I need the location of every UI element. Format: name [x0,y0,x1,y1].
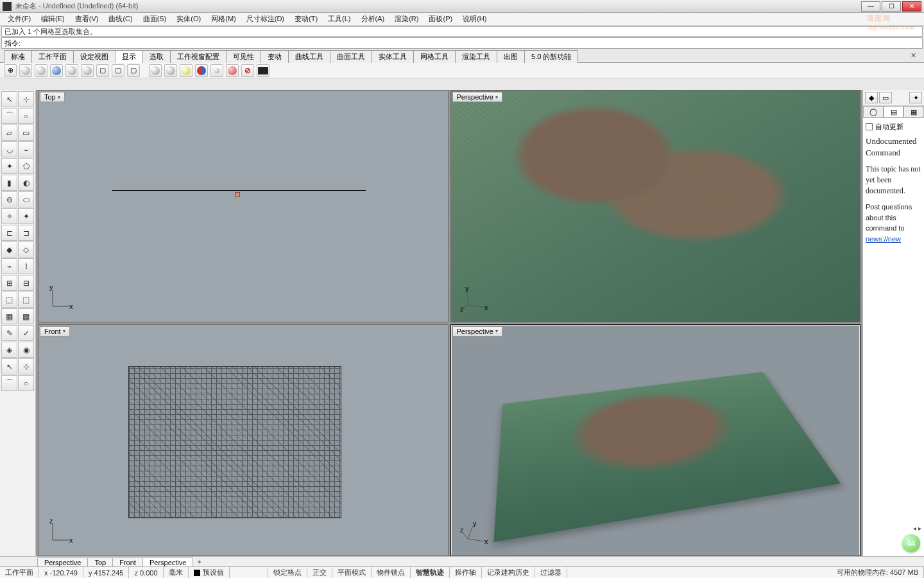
tool-8[interactable]: ✦ [1,158,17,174]
viewport-perspective-1[interactable]: Perspective▾ yxz [450,90,861,322]
tool-5[interactable]: ▭ [18,125,34,141]
tool-27[interactable]: ▩ [18,308,34,324]
shade-toggle-icon[interactable] [164,64,177,77]
tool-30[interactable]: ◈ [1,342,17,358]
menu-查看(V)[interactable]: 查看(V) [71,13,103,24]
panel-scrollbar[interactable]: ◂ ▸ [913,525,921,532]
tool-10[interactable]: ▮ [1,175,17,191]
tool-2[interactable]: ⌒ [1,108,17,124]
tab-曲面工具[interactable]: 曲面工具 [330,50,372,63]
help-link[interactable]: news://new [866,235,901,243]
viewport-perspective-2[interactable]: Perspective▾ yxz [450,324,861,557]
chevron-down-icon[interactable]: ▾ [495,94,498,100]
command-line[interactable]: 指令: [1,37,923,49]
tab-实体工具[interactable]: 实体工具 [372,50,414,63]
tool-3[interactable]: ○ [18,108,34,124]
panel-tab-3[interactable]: ▦ [903,106,924,118]
tool-23[interactable]: ⊟ [18,275,34,291]
tool-31[interactable]: ◉ [18,342,34,358]
pen-icon[interactable]: ▢ [127,64,140,77]
tool-14[interactable]: ✧ [1,208,17,224]
menu-实体(O)[interactable]: 实体(O) [173,13,205,24]
menu-编辑(E)[interactable]: 编辑(E) [37,13,69,24]
split-ball-icon[interactable] [195,64,208,77]
status-过滤器[interactable]: 过滤器 [535,567,567,578]
status-unit[interactable]: 毫米 [164,567,189,578]
tab-曲线工具[interactable]: 曲线工具 [288,50,330,63]
tool-22[interactable]: ⊞ [1,275,17,291]
tab-渲染工具[interactable]: 渲染工具 [455,50,497,63]
tab-设定视图[interactable]: 设定视图 [73,50,116,63]
menu-尺寸标注(D)[interactable]: 尺寸标注(D) [243,13,288,24]
tool-12[interactable]: ⊖ [1,191,17,207]
two-ball-icon[interactable] [210,64,223,77]
tab-标准[interactable]: 标准 [4,50,32,63]
menu-渲染(R)[interactable]: 渲染(R) [391,13,422,24]
yellow-ball-icon[interactable] [180,64,193,77]
menu-面板(P)[interactable]: 面板(P) [425,13,456,24]
viewport-label-perspective-2[interactable]: Perspective▾ [452,326,502,337]
tab-选取[interactable]: 选取 [142,50,171,63]
maximize-button[interactable]: ☐ [882,1,901,12]
tab-工作平面[interactable]: 工作平面 [31,50,74,63]
status-物件锁点[interactable]: 物件锁点 [372,567,411,578]
menu-曲线(C)[interactable]: 曲线(C) [105,13,136,24]
auto-update-checkbox[interactable]: 自动更新 [866,122,921,132]
tool-6[interactable]: ◡ [1,141,17,157]
tool-33[interactable]: ⊹ [18,358,34,374]
status-操作轴[interactable]: 操作轴 [450,567,482,578]
viewport-front[interactable]: Front▾ zx [38,324,449,557]
status-preset[interactable]: 预设值 [189,567,230,578]
viewport-label-perspective-1[interactable]: Perspective▾ [452,92,502,102]
tool-34[interactable]: ⌒ [1,375,17,391]
wireframe-globe-icon[interactable]: ⊕ [4,64,17,77]
xray-ball-icon[interactable] [81,64,94,77]
tab-5.0 的新功能[interactable]: 5.0 的新功能 [524,50,578,63]
minimize-button[interactable]: — [861,1,880,12]
rendered-ball-icon[interactable] [50,64,63,77]
shaded-ball-icon[interactable] [19,64,32,77]
tool-18[interactable]: ◆ [1,241,17,258]
menu-工具(L)[interactable]: 工具(L) [324,13,354,24]
tabstrip-close-icon[interactable]: ✕ [907,51,920,60]
menu-分析(A)[interactable]: 分析(A) [357,13,389,24]
vptab-add[interactable]: ✦ [193,557,206,567]
tab-变动[interactable]: 变动 [261,50,289,63]
tool-32[interactable]: ↖ [1,358,17,374]
viewport-label-front[interactable]: Front▾ [40,326,70,337]
tool-7[interactable]: ⌣ [18,141,34,157]
tool-17[interactable]: ⊐ [18,225,34,241]
tab-显示[interactable]: 显示 [115,50,143,63]
command-input[interactable] [23,39,920,47]
tool-0[interactable]: ↖ [1,91,17,107]
status-cplane[interactable]: 工作平面 [0,567,39,578]
menu-曲面(S)[interactable]: 曲面(S) [139,13,171,24]
tool-19[interactable]: ◇ [18,241,34,258]
flat-shade-icon[interactable] [149,64,162,77]
panel-gear-icon[interactable]: ✦ [909,92,922,103]
disable-icon[interactable]: ⊘ [241,64,254,77]
panel-tab-1[interactable]: ◯ [863,106,884,118]
menu-文件(F)[interactable]: 文件(F) [4,13,35,24]
tool-25[interactable]: ⬚ [18,292,34,308]
color-ball-icon[interactable] [226,64,239,77]
panel-tab-2[interactable]: ▤ [884,106,904,118]
tool-21[interactable]: ⌇ [18,258,34,274]
ghosted-ball-icon[interactable] [65,64,78,77]
tool-15[interactable]: ✦ [18,208,34,224]
tool-26[interactable]: ▦ [1,308,17,324]
tab-可见性[interactable]: 可见性 [226,50,261,63]
status-记录建构历史[interactable]: 记录建构历史 [482,567,535,578]
tool-20[interactable]: ⌁ [1,258,17,274]
menu-变动(T)[interactable]: 变动(T) [291,13,321,24]
menu-说明(H)[interactable]: 说明(H) [459,13,490,24]
status-锁定格点[interactable]: 锁定格点 [268,567,307,578]
status-正交[interactable]: 正交 [307,567,332,578]
chevron-down-icon[interactable]: ▾ [495,328,498,334]
tool-4[interactable]: ▱ [1,125,17,141]
menu-网格(M)[interactable]: 网格(M) [207,13,240,24]
tool-24[interactable]: ⬚ [1,292,17,308]
tool-11[interactable]: ◐ [18,175,34,191]
tool-1[interactable]: ⊹ [18,91,34,107]
fullscreen-icon[interactable] [257,64,270,77]
